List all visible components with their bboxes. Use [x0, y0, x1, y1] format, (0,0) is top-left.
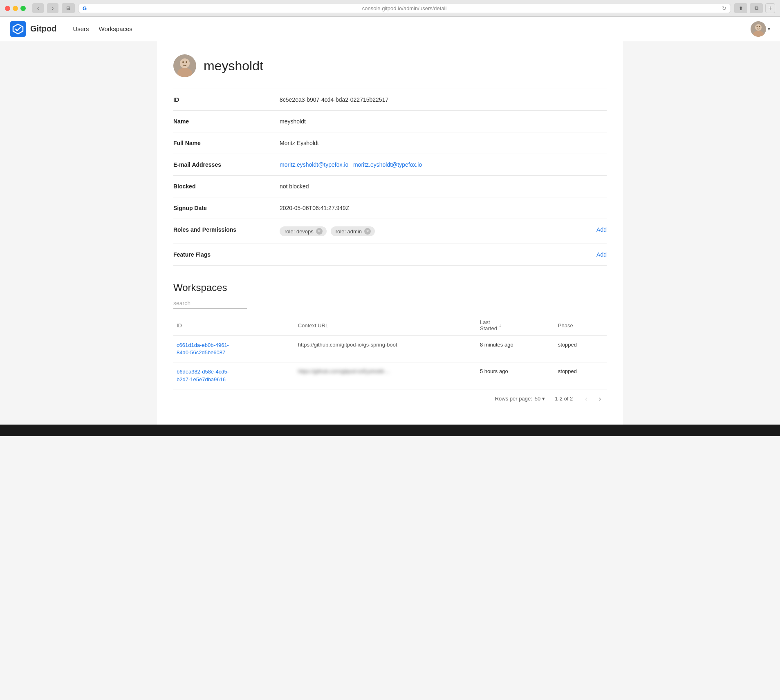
workspace-last-started-cell: 8 minutes ago: [477, 336, 555, 362]
table-row: c661d1da-eb0b-4961-84a0-56c2d5be6087http…: [173, 336, 607, 362]
sort-arrow-icon: ↓: [499, 322, 501, 328]
nav-links: Users Workspaces: [73, 24, 751, 34]
new-tab-button[interactable]: +: [765, 3, 775, 13]
forward-button[interactable]: ›: [47, 3, 58, 13]
value-blocked: not blocked: [280, 176, 585, 197]
workspace-phase-cell: stopped: [555, 362, 607, 389]
remove-role-admin-button[interactable]: ✕: [364, 228, 371, 235]
row-email: E-mail Addresses moritz.eysholdt@typefox…: [173, 154, 607, 176]
row-signup-date: Signup Date 2020-05-06T06:41:27.949Z: [173, 197, 607, 219]
svg-point-2: [755, 24, 762, 31]
workspaces-section: Workspaces ID Context URL Last Started ↓: [173, 282, 607, 408]
nav-users[interactable]: Users: [73, 24, 89, 34]
email-link-2[interactable]: moritz.eysholdt@typefox.io: [353, 161, 422, 168]
col-id-label: ID: [177, 322, 182, 329]
role-badge-devops: role: devops ✕: [280, 226, 327, 236]
workspace-id-line2: 84a0-56c2d5be6087: [177, 349, 291, 356]
address-bar[interactable]: G console.gitpod.io/admin/users/detail ↻: [78, 4, 731, 13]
col-header-id: ID: [173, 315, 295, 336]
value-name: meysholdt: [280, 111, 585, 132]
row-id: ID 8c5e2ea3-b907-4cd4-bda2-022715b22517: [173, 89, 607, 111]
profile-username: meysholdt: [204, 58, 263, 74]
rows-per-page-chevron-icon: ▾: [542, 396, 545, 402]
row-roles: Roles and Permissions role: devops ✕ rol…: [173, 219, 607, 244]
add-roles-button[interactable]: Add: [596, 226, 607, 233]
row-name: Name meysholdt: [173, 111, 607, 132]
workspace-id-line2: b2d7-1e5e7dba9616: [177, 376, 291, 383]
row-full-name: Full Name Moritz Eysholdt: [173, 132, 607, 154]
sidebar-button[interactable]: ⊟: [62, 3, 75, 13]
svg-point-10: [186, 61, 187, 63]
gitpod-logo-icon: [10, 21, 26, 37]
remove-role-devops-button[interactable]: ✕: [316, 228, 323, 235]
rows-per-page-value: 50: [535, 396, 540, 402]
main-content: meysholdt ID 8c5e2ea3-b907-4cd4-bda2-022…: [157, 41, 623, 425]
refresh-icon[interactable]: ↻: [722, 5, 726, 11]
workspace-context-cell: https://github.com/gitpod-io/Eysholdt-..…: [295, 362, 477, 389]
workspace-id-link[interactable]: c661d1da-eb0b-4961-84a0-56c2d5be6087: [177, 342, 291, 356]
rows-per-page-select[interactable]: 50 ▾: [535, 396, 545, 402]
svg-rect-0: [10, 21, 26, 37]
user-avatar-area[interactable]: ▾: [751, 21, 770, 37]
search-container: [173, 298, 607, 309]
pagination-prev-button[interactable]: ‹: [583, 394, 589, 403]
action-name: [585, 111, 607, 132]
role-devops-label: role: devops: [285, 228, 314, 235]
workspaces-table-body: c661d1da-eb0b-4961-84a0-56c2d5be6087http…: [173, 336, 607, 389]
close-button[interactable]: [5, 6, 10, 11]
browser-actions: ⬆ ⧉ +: [734, 3, 775, 13]
header-avatar: [751, 21, 766, 37]
label-blocked: Blocked: [173, 176, 280, 197]
nav-workspaces[interactable]: Workspaces: [99, 24, 132, 34]
label-signup-date: Signup Date: [173, 197, 280, 219]
rows-per-page-label: Rows per page:: [495, 396, 532, 402]
workspace-context-cell: https://github.com/gitpod-io/gs-spring-b…: [295, 336, 477, 362]
col-header-last-started[interactable]: Last Started ↓: [477, 315, 555, 336]
workspace-phase-text: stopped: [558, 368, 577, 374]
header-avatar-icon: [751, 21, 766, 37]
profile-avatar-icon: [173, 54, 196, 77]
label-full-name: Full Name: [173, 132, 280, 154]
logo-text: Gitpod: [30, 24, 56, 34]
share-button[interactable]: ⬆: [734, 3, 747, 13]
action-feature-flags[interactable]: Add: [585, 244, 607, 266]
value-email: moritz.eysholdt@typefox.io moritz.eyshol…: [280, 154, 585, 176]
maximize-button[interactable]: [20, 6, 26, 11]
chevron-down-icon: ▾: [768, 26, 770, 32]
col-last-started-label: Last Started: [480, 319, 497, 331]
browser-chrome: ‹ › ⊟ G console.gitpod.io/admin/users/de…: [0, 0, 780, 17]
col-header-context: Context URL: [295, 315, 477, 336]
table-row: b6dea382-d58e-4cd5-b2d7-1e5e7dba9616http…: [173, 362, 607, 389]
svg-point-7: [180, 58, 190, 68]
pagination-next-button[interactable]: ›: [596, 394, 603, 403]
workspace-phase-text: stopped: [558, 342, 577, 348]
workspace-phase-cell: stopped: [555, 336, 607, 362]
row-feature-flags: Feature Flags Add: [173, 244, 607, 266]
value-full-name: Moritz Eysholdt: [280, 132, 585, 154]
email-link-1[interactable]: moritz.eysholdt@typefox.io: [280, 161, 348, 168]
col-phase-label: Phase: [558, 322, 573, 329]
workspace-last-started-cell: 5 hours ago: [477, 362, 555, 389]
app-header: Gitpod Users Workspaces ▾: [0, 17, 780, 41]
back-button[interactable]: ‹: [32, 3, 44, 13]
workspace-id-cell: c661d1da-eb0b-4961-84a0-56c2d5be6087: [173, 336, 295, 362]
role-admin-label: role: admin: [336, 228, 362, 235]
bottom-bar: [0, 425, 780, 436]
workspace-context-url-blurred: https://github.com/gitpod-io/Eysholdt-..…: [298, 368, 390, 374]
svg-point-4: [757, 26, 758, 27]
table-footer: Rows per page: 50 ▾ 1-2 of 2 ‹ ›: [173, 389, 607, 408]
label-feature-flags: Feature Flags: [173, 244, 280, 266]
fullscreen-button[interactable]: ⧉: [750, 3, 763, 13]
workspace-id-line1: b6dea382-d58e-4cd5-: [177, 368, 291, 376]
workspaces-search-input[interactable]: [173, 298, 247, 309]
role-badge-admin: role: admin ✕: [331, 226, 375, 236]
workspace-id-cell: b6dea382-d58e-4cd5-b2d7-1e5e7dba9616: [173, 362, 295, 389]
label-id: ID: [173, 89, 280, 111]
row-blocked: Blocked not blocked: [173, 176, 607, 197]
action-roles[interactable]: Add: [585, 219, 607, 244]
workspace-id-link[interactable]: b6dea382-d58e-4cd5-b2d7-1e5e7dba9616: [177, 368, 291, 383]
add-feature-flags-button[interactable]: Add: [596, 251, 607, 258]
logo-area[interactable]: Gitpod: [10, 21, 56, 37]
action-email: [585, 154, 607, 176]
minimize-button[interactable]: [13, 6, 18, 11]
